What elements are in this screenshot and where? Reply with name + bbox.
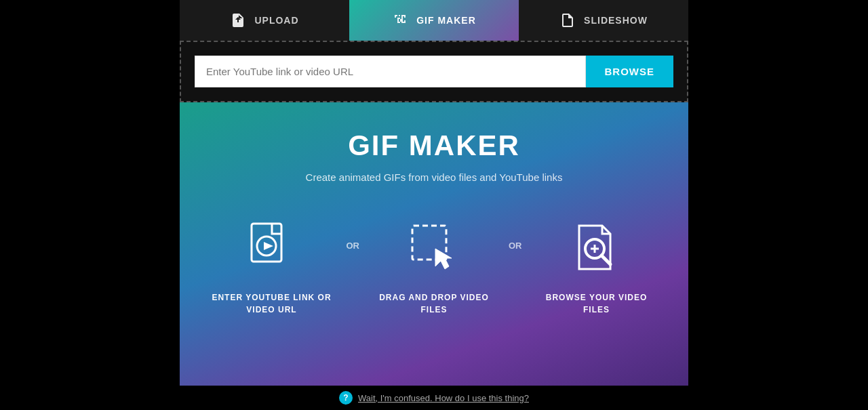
nav-slideshow-label: SLIDESHOW: [584, 15, 648, 26]
help-bar: ? Wait, I'm confused. How do I use this …: [180, 386, 688, 410]
nav-bar: UPLOAD GIF MAKER SLIDESHOW: [180, 0, 688, 41]
main-content: GIF MAKER Create animated GIFs from vide…: [180, 102, 688, 386]
nav-item-upload[interactable]: UPLOAD: [180, 0, 349, 41]
drag-drop-icon: [403, 217, 465, 278]
option-drag-label: DRAG AND DROP VIDEOFILES: [379, 291, 489, 316]
upload-icon: [230, 12, 246, 28]
or-label-2: OR: [495, 241, 536, 251]
gif-icon: [392, 12, 408, 28]
nav-item-gif-maker[interactable]: GIF MAKER: [349, 0, 519, 41]
svg-marker-4: [435, 249, 452, 269]
option-browse-label: BROWSE YOUR VIDEO FILES: [536, 291, 658, 316]
nav-item-slideshow[interactable]: SLIDESHOW: [519, 0, 688, 41]
option-youtube-label: ENTER YOUTUBE LINK ORVIDEO URL: [212, 291, 331, 316]
browse-button[interactable]: BROWSE: [586, 56, 674, 87]
main-subtitle: Create animated GIFs from video files an…: [306, 171, 563, 183]
or-label-1: OR: [333, 241, 374, 251]
youtube-icon: [241, 217, 302, 278]
help-text[interactable]: Wait, I'm confused. How do I use this th…: [358, 393, 529, 403]
options-row: ENTER YOUTUBE LINK ORVIDEO URL OR DRAG A…: [193, 217, 675, 316]
svg-line-6: [601, 255, 610, 264]
main-title: GIF MAKER: [348, 129, 520, 162]
nav-upload-label: UPLOAD: [254, 15, 298, 26]
option-browse: BROWSE YOUR VIDEO FILES: [536, 217, 658, 316]
option-youtube: ENTER YOUTUBE LINK ORVIDEO URL: [211, 217, 333, 316]
url-input[interactable]: [195, 56, 586, 87]
slideshow-icon: [559, 12, 576, 28]
url-area: BROWSE: [180, 41, 688, 102]
help-icon: ?: [339, 391, 353, 405]
nav-gif-label: GIF MAKER: [416, 15, 476, 26]
browse-files-icon: [566, 217, 627, 278]
svg-marker-2: [264, 242, 273, 250]
option-drag-drop: DRAG AND DROP VIDEOFILES: [373, 217, 495, 316]
